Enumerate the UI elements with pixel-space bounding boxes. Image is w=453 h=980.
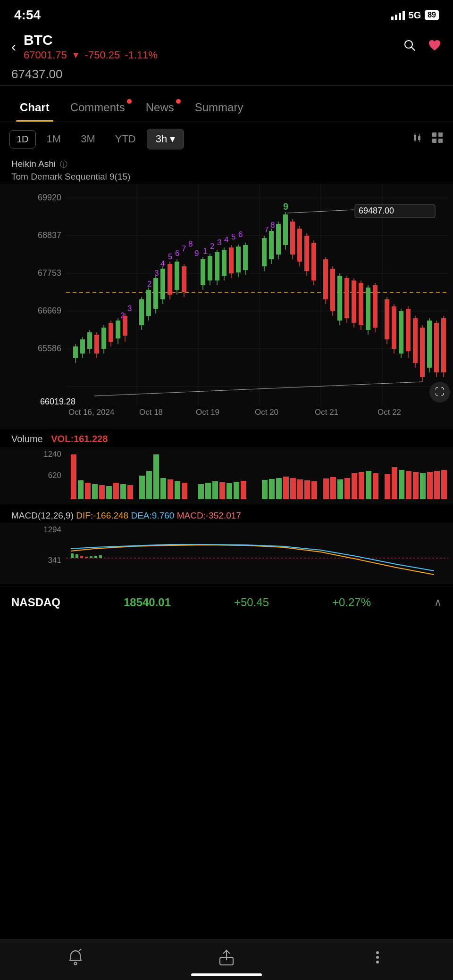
svg-rect-163 xyxy=(99,485,105,499)
search-button[interactable] xyxy=(403,39,416,55)
svg-rect-159 xyxy=(71,454,76,499)
svg-rect-95 xyxy=(337,276,342,321)
svg-rect-164 xyxy=(106,486,112,499)
svg-rect-57 xyxy=(175,262,179,290)
svg-rect-166 xyxy=(120,484,126,499)
svg-rect-193 xyxy=(344,478,350,499)
svg-rect-169 xyxy=(146,471,152,499)
svg-rect-161 xyxy=(85,483,91,499)
svg-rect-67 xyxy=(222,250,226,276)
nav-more-button[interactable] xyxy=(369,949,386,966)
svg-text:Oct 16, 2024: Oct 16, 2024 xyxy=(68,408,114,417)
svg-point-218 xyxy=(75,963,77,965)
time-btn-3h[interactable]: 3h ▾ xyxy=(147,129,185,149)
svg-rect-117 xyxy=(420,328,425,377)
svg-rect-35 xyxy=(87,332,92,349)
indicator2-label: Tom Demark Sequential 9(15) xyxy=(0,172,453,184)
tab-comments[interactable]: Comments xyxy=(60,96,135,122)
svg-rect-162 xyxy=(92,484,98,499)
svg-rect-83 xyxy=(290,222,295,255)
tab-chart[interactable]: Chart xyxy=(9,96,60,122)
nasdaq-bar[interactable]: NASDAQ 18540.01 +50.45 +0.27% ∧ xyxy=(0,586,453,618)
status-bar: 4:54 5G 89 xyxy=(0,0,453,28)
divider xyxy=(0,85,453,86)
svg-text:341: 341 xyxy=(48,556,61,565)
macd-value: MACD:-352.017 xyxy=(177,511,241,520)
nasdaq-name: NASDAQ xyxy=(11,596,60,609)
time-btn-1d[interactable]: 1D xyxy=(9,130,36,148)
svg-line-219 xyxy=(79,949,81,951)
svg-rect-73 xyxy=(243,245,248,270)
ticker-pct: -1.11% xyxy=(125,49,158,61)
svg-rect-65 xyxy=(215,252,219,280)
volume-value: VOL:161.228 xyxy=(51,434,108,444)
svg-rect-53 xyxy=(160,269,165,299)
svg-text:3: 3 xyxy=(217,238,221,247)
svg-rect-176 xyxy=(205,483,211,499)
svg-rect-177 xyxy=(212,481,218,499)
time-btn-ytd[interactable]: YTD xyxy=(106,129,145,149)
svg-rect-97 xyxy=(344,278,349,318)
comments-notification-dot xyxy=(127,99,132,104)
svg-rect-175 xyxy=(198,484,204,499)
indicator1-label: Heikin Ashi xyxy=(11,159,56,169)
svg-rect-195 xyxy=(359,472,364,499)
svg-rect-121 xyxy=(434,323,439,372)
info-icon[interactable]: ⓘ xyxy=(60,160,67,168)
svg-rect-93 xyxy=(330,269,335,311)
svg-rect-194 xyxy=(352,473,357,499)
svg-rect-8 xyxy=(432,132,436,137)
tab-news[interactable]: News xyxy=(135,96,185,122)
volume-label: Volume xyxy=(11,434,43,444)
svg-rect-41 xyxy=(109,323,113,342)
macd-header: MACD(12,26,9) DIF:-166.248 DEA:9.760 MAC… xyxy=(0,506,453,523)
svg-rect-192 xyxy=(337,479,343,499)
svg-rect-214 xyxy=(85,557,88,558)
svg-rect-39 xyxy=(101,328,106,349)
main-chart[interactable]: 69920 68837 67753 66669 65586 xyxy=(0,184,453,429)
svg-rect-189 xyxy=(311,481,317,499)
candlestick-icon[interactable] xyxy=(411,132,424,147)
time-btn-1m[interactable]: 1M xyxy=(38,129,70,149)
ticker-info: BTC 67001.75 ▼ -750.25 -1.11% xyxy=(24,32,158,61)
svg-rect-51 xyxy=(153,278,158,309)
favorite-button[interactable] xyxy=(428,39,442,55)
tab-summary[interactable]: Summary xyxy=(185,96,254,122)
grid-icon[interactable] xyxy=(431,132,444,147)
tabs: Chart Comments News Summary xyxy=(0,91,453,122)
svg-rect-181 xyxy=(241,481,246,499)
svg-rect-160 xyxy=(78,480,84,499)
nasdaq-pct: +0.27% xyxy=(332,596,371,609)
svg-text:1: 1 xyxy=(203,247,207,255)
svg-point-222 xyxy=(376,956,379,959)
nasdaq-chevron-icon: ∧ xyxy=(434,596,442,609)
svg-rect-71 xyxy=(236,247,241,272)
svg-rect-103 xyxy=(366,288,370,330)
macd-dea: DEA:9.760 xyxy=(131,511,174,520)
svg-text:1294: 1294 xyxy=(43,525,61,534)
back-button[interactable]: ‹ xyxy=(11,39,16,55)
nav-alert-button[interactable] xyxy=(67,949,84,966)
svg-rect-55 xyxy=(168,264,172,295)
svg-rect-107 xyxy=(385,299,389,339)
battery-indicator: 89 xyxy=(425,10,439,20)
svg-rect-31 xyxy=(73,346,78,358)
svg-rect-170 xyxy=(153,454,159,499)
svg-text:⛶: ⛶ xyxy=(435,387,445,397)
svg-rect-47 xyxy=(139,299,144,325)
volume-chart: 1240 620 xyxy=(0,447,453,506)
time-btn-3m[interactable]: 3M xyxy=(72,129,104,149)
svg-rect-79 xyxy=(276,224,281,255)
ticker-arrow: ▼ xyxy=(72,50,80,60)
svg-rect-204 xyxy=(427,472,433,499)
svg-text:68837: 68837 xyxy=(38,231,61,240)
svg-text:6: 6 xyxy=(238,230,243,239)
svg-text:7: 7 xyxy=(264,225,268,234)
svg-rect-186 xyxy=(290,478,296,499)
svg-text:7: 7 xyxy=(182,244,186,253)
svg-rect-196 xyxy=(366,471,371,499)
svg-text:65586: 65586 xyxy=(38,344,61,353)
macd-dif: DIF:-166.248 xyxy=(76,511,128,520)
svg-rect-191 xyxy=(330,477,336,499)
nav-share-button[interactable] xyxy=(218,949,235,966)
